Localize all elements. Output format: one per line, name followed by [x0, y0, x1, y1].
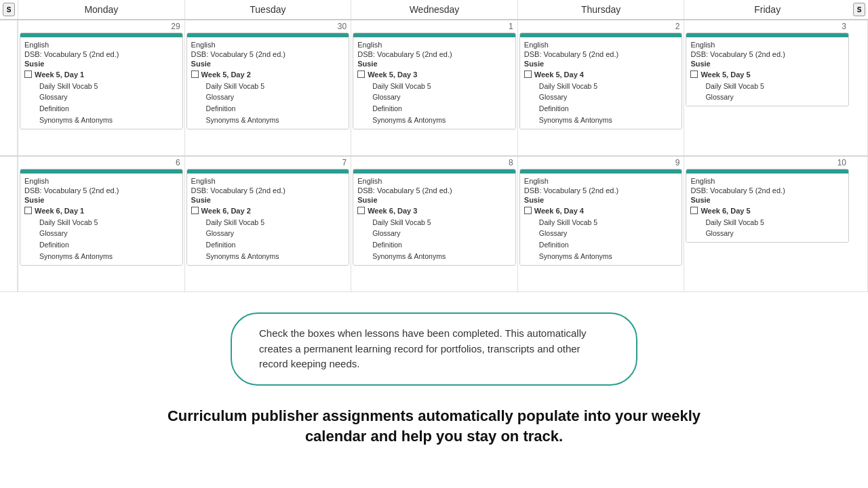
student-label: Susie	[357, 60, 511, 68]
book-label: DSB: Vocabulary 5 (2nd ed.)	[690, 49, 844, 59]
day-number-29: 29	[171, 22, 180, 31]
sub-item-4: Synonyms & Antonyms	[539, 115, 678, 126]
student-label: Susie	[24, 60, 178, 68]
lesson-checkbox[interactable]	[690, 70, 698, 78]
lesson-row: Week 5, Day 4	[524, 70, 678, 79]
lesson-checkbox[interactable]	[24, 70, 32, 78]
student-label: Susie	[24, 196, 178, 204]
right-nav-button[interactable]: S	[853, 3, 865, 16]
lesson-row: Week 6, Day 3	[357, 207, 511, 215]
lesson-row: Week 5, Day 2	[191, 70, 345, 79]
book-label: DSB: Vocabulary 5 (2nd ed.)	[191, 186, 345, 195]
week1-thursday: 2 English DSB: Vocabulary 5 (2nd ed.) Su…	[517, 20, 684, 156]
subject-label: English	[357, 40, 511, 49]
week1-friday: 3 English DSB: Vocabulary 5 (2nd ed.) Su…	[684, 20, 850, 156]
subject-label: English	[191, 176, 345, 186]
lesson-row: Week 6, Day 2	[191, 207, 345, 215]
lesson-label: Week 5, Day 4	[534, 70, 584, 79]
sub-item-3: Definition	[539, 103, 678, 115]
assignment-card-w1-mon: English DSB: Vocabulary 5 (2nd ed.) Susi…	[20, 33, 183, 129]
subject-label: English	[357, 176, 511, 186]
sub-item-2: Glossary	[705, 92, 844, 103]
lesson-row: Week 6, Day 1	[24, 207, 178, 215]
day-number-1: 1	[509, 22, 513, 31]
lesson-checkbox[interactable]	[191, 70, 199, 78]
assignment-card-w1-thu: English DSB: Vocabulary 5 (2nd ed.) Susi…	[519, 33, 683, 129]
book-label: DSB: Vocabulary 5 (2nd ed.)	[191, 49, 345, 59]
lesson-checkbox[interactable]	[357, 70, 365, 78]
student-label: Susie	[357, 196, 511, 204]
book-label: DSB: Vocabulary 5 (2nd ed.)	[524, 49, 678, 59]
student-label: Susie	[524, 60, 678, 68]
info-bubble-text: Check the boxes when lessons have been c…	[259, 326, 609, 372]
assignment-card-w1-tue: English DSB: Vocabulary 5 (2nd ed.) Susi…	[186, 33, 350, 129]
student-label: Susie	[690, 196, 844, 204]
sub-item-2: Glossary	[39, 92, 178, 103]
lesson-row: Week 6, Day 4	[524, 207, 678, 215]
sub-item-3: Definition	[372, 239, 511, 251]
lesson-checkbox[interactable]	[24, 207, 32, 214]
book-label: DSB: Vocabulary 5 (2nd ed.)	[690, 186, 844, 195]
bottom-text-section: Curriculum publisher assignments automat…	[0, 399, 868, 468]
sub-item-2: Glossary	[39, 228, 178, 239]
lesson-row: Week 6, Day 5	[690, 207, 844, 215]
week2-wednesday: 8 English DSB: Vocabulary 5 (2nd ed.) Su…	[351, 157, 517, 292]
header-thursday: Thursday	[517, 0, 684, 19]
bottom-text-line1: Curriculum publisher assignments automat…	[167, 407, 701, 424]
sub-item-4: Synonyms & Antonyms	[539, 251, 678, 262]
sub-item-1: Daily Skill Vocab 5	[705, 217, 844, 228]
sub-item-3: Definition	[206, 239, 345, 251]
sub-item-4: Synonyms & Antonyms	[39, 251, 178, 262]
assignment-card-w2-mon: English DSB: Vocabulary 5 (2nd ed.) Susi…	[20, 169, 183, 266]
card-body-w1-wed: English DSB: Vocabulary 5 (2nd ed.) Susi…	[353, 37, 515, 129]
card-body-w1-tue: English DSB: Vocabulary 5 (2nd ed.) Susi…	[187, 37, 349, 129]
book-label: DSB: Vocabulary 5 (2nd ed.)	[357, 186, 511, 195]
subject-label: English	[690, 40, 844, 49]
day-number-2: 2	[675, 22, 680, 31]
lesson-label: Week 6, Day 1	[35, 207, 84, 215]
week-2-row: 6 English DSB: Vocabulary 5 (2nd ed.) Su…	[0, 156, 868, 292]
lesson-checkbox[interactable]	[191, 207, 199, 214]
lesson-checkbox[interactable]	[524, 207, 532, 214]
book-label: DSB: Vocabulary 5 (2nd ed.)	[524, 186, 678, 195]
assignment-card-w2-tue: English DSB: Vocabulary 5 (2nd ed.) Susi…	[186, 169, 350, 266]
sub-item-1: Daily Skill Vocab 5	[206, 217, 345, 228]
sub-item-4: Synonyms & Antonyms	[372, 251, 511, 262]
sub-item-1: Daily Skill Vocab 5	[206, 81, 345, 92]
lesson-checkbox[interactable]	[357, 207, 365, 214]
card-body-w1-mon: English DSB: Vocabulary 5 (2nd ed.) Susi…	[20, 37, 182, 129]
left-side-header: S	[0, 0, 18, 19]
sub-items-w2-tue: Daily Skill Vocab 5 Glossary Definition …	[191, 217, 345, 262]
book-label: DSB: Vocabulary 5 (2nd ed.)	[24, 186, 178, 195]
day-number-7: 7	[342, 158, 347, 167]
card-body-w2-mon: English DSB: Vocabulary 5 (2nd ed.) Susi…	[20, 174, 182, 265]
sub-item-1: Daily Skill Vocab 5	[539, 81, 678, 92]
sub-item-2: Glossary	[372, 92, 511, 103]
sub-item-1: Daily Skill Vocab 5	[705, 81, 844, 92]
assignment-card-w1-wed: English DSB: Vocabulary 5 (2nd ed.) Susi…	[353, 33, 516, 129]
header-monday: Monday	[18, 0, 184, 19]
day-number-3: 3	[842, 22, 846, 31]
lesson-checkbox[interactable]	[524, 70, 532, 78]
sub-items-w2-thu: Daily Skill Vocab 5 Glossary Definition …	[524, 217, 678, 262]
sub-items-w1-fri: Daily Skill Vocab 5 Glossary	[690, 81, 844, 104]
lesson-checkbox[interactable]	[690, 207, 698, 214]
info-bubble: Check the boxes when lessons have been c…	[231, 312, 637, 386]
left-nav-button[interactable]: S	[3, 3, 15, 16]
sub-item-2: Glossary	[539, 228, 678, 239]
sub-items-w1-thu: Daily Skill Vocab 5 Glossary Definition …	[524, 81, 678, 126]
info-section: Check the boxes when lessons have been c…	[0, 292, 868, 399]
lesson-label: Week 5, Day 5	[701, 70, 750, 79]
sub-item-1: Daily Skill Vocab 5	[39, 81, 178, 92]
lesson-label: Week 6, Day 2	[201, 207, 251, 215]
sub-item-2: Glossary	[206, 92, 345, 103]
header-tuesday: Tuesday	[184, 0, 351, 19]
sub-item-3: Definition	[39, 239, 178, 251]
card-body-w2-thu: English DSB: Vocabulary 5 (2nd ed.) Susi…	[520, 174, 682, 265]
card-body-w2-tue: English DSB: Vocabulary 5 (2nd ed.) Susi…	[187, 174, 349, 265]
day-number-8: 8	[509, 158, 513, 167]
lesson-row: Week 5, Day 1	[24, 70, 178, 79]
subject-label: English	[690, 176, 844, 186]
student-label: Susie	[690, 60, 844, 68]
card-body-w2-fri: English DSB: Vocabulary 5 (2nd ed.) Susi…	[686, 174, 848, 242]
